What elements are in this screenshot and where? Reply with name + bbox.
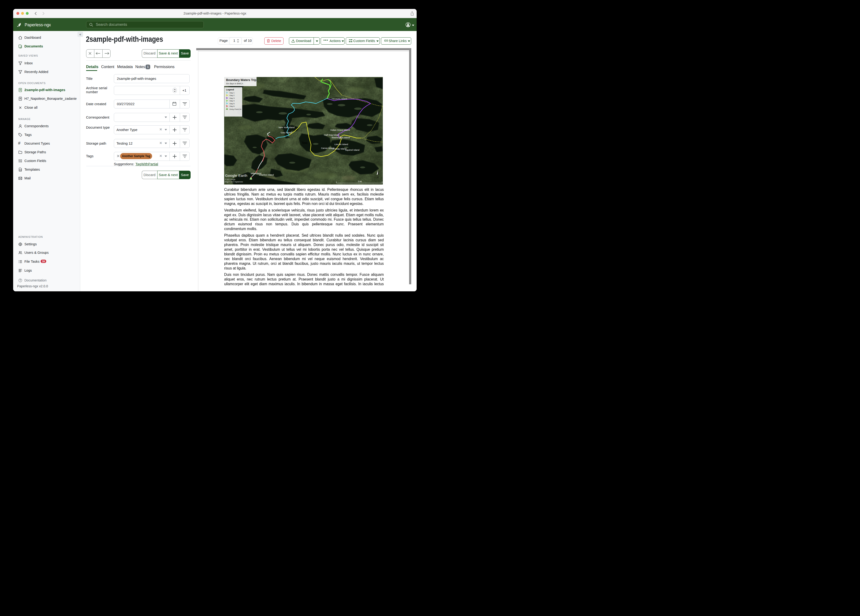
svg-text:Half Dog Island: Half Dog Island — [324, 134, 339, 136]
svg-text:Entry Point 24: Entry Point 24 — [229, 108, 242, 110]
svg-text:Squirrel Island: Squirrel Island — [345, 149, 359, 151]
svg-text:Six days in BWCA: Six days in BWCA — [226, 82, 243, 85]
svg-text:Indian Grave Island: Indian Grave Island — [331, 129, 350, 131]
svg-text:Gary Island: Gary Island — [281, 131, 292, 134]
svg-text:New York Island: New York Island — [279, 126, 295, 129]
svg-text:Day 1: Day 1 — [229, 91, 234, 94]
svg-text:Boundary Waters Trip: Boundary Waters Trip — [226, 79, 257, 82]
svg-text:N: N — [377, 176, 379, 179]
svg-text:Day 4: Day 4 — [229, 100, 234, 102]
svg-text:Day 3: Day 3 — [229, 97, 234, 99]
svg-text:Norway Island: Norway Island — [332, 148, 347, 150]
svg-text:Washington Island: Washington Island — [332, 136, 350, 139]
svg-text:3 mi: 3 mi — [358, 180, 362, 183]
svg-text:Google Earth: Google Earth — [225, 173, 247, 178]
svg-text:Day 6: Day 6 — [229, 105, 234, 107]
svg-text:© 2017 Google: © 2017 Google — [225, 179, 235, 181]
svg-text:Legend: Legend — [226, 88, 234, 91]
svg-text:Text: Text — [301, 141, 308, 145]
svg-text:Image © 2017 DigitalGlobe: Image © 2017 DigitalGlobe — [224, 181, 243, 183]
svg-text:Hausons Island: Hausons Island — [332, 97, 347, 100]
svg-text:Charlies Island: Charlies Island — [259, 173, 274, 176]
svg-text:Lincoln Island: Lincoln Island — [334, 143, 348, 146]
svg-text:Day 2: Day 2 — [229, 94, 234, 96]
svg-text:Day 5: Day 5 — [229, 102, 234, 104]
